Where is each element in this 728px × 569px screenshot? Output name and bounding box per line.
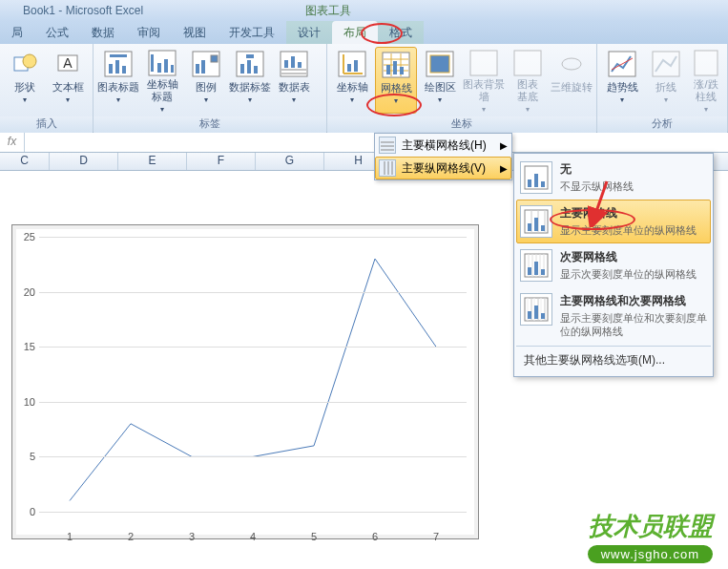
tab-review[interactable]: 审阅 [126, 21, 172, 44]
ribbon: 形状▾ A 文本框▾ 插入 图表标题▾ 坐标轴 标题▾ 图例▾ 数据标签▾ 数据… [0, 44, 728, 133]
shapes-button[interactable]: 形状▾ [4, 47, 46, 114]
item-text: 次要网格线显示次要刻度单位的纵网格线 [560, 249, 707, 282]
dropdown-arrow-icon: ▾ [350, 95, 354, 104]
chart-floor-button[interactable]: 图表 基底▾ [507, 47, 549, 114]
svg-rect-46 [439, 60, 442, 72]
tab-developer[interactable]: 开发工具 [218, 21, 286, 44]
col-header-g[interactable]: G [256, 153, 324, 170]
svg-rect-63 [534, 174, 538, 187]
group-label-analysis: 分析 [597, 116, 727, 133]
axes-button[interactable]: 坐标轴▾ [331, 47, 373, 114]
formula-bar: fx [0, 133, 728, 153]
svg-point-50 [562, 58, 581, 70]
axis-title-icon [147, 49, 177, 76]
svg-rect-16 [201, 60, 205, 74]
dropdown-arrow-icon: ▾ [23, 95, 27, 104]
contextual-tab-label: 图表工具 [305, 3, 351, 19]
tab-format[interactable]: 格式 [378, 21, 424, 44]
col-header-d[interactable]: D [50, 153, 118, 170]
dropdown-arrow-icon: ▾ [116, 95, 120, 104]
ribbon-tabs: 局 公式 数据 审阅 视图 开发工具 设计 布局 格式 [0, 21, 728, 44]
svg-rect-22 [246, 54, 254, 58]
3d-rotation-button[interactable]: 三维旋转 [551, 47, 593, 114]
svg-rect-32 [347, 64, 351, 72]
gridlines-major-item[interactable]: 主要网格线显示主要刻度单位的纵网格线 [516, 200, 711, 243]
fx-icon[interactable]: fx [0, 133, 25, 152]
svg-rect-64 [541, 181, 545, 187]
svg-rect-78 [528, 267, 531, 275]
svg-rect-11 [157, 63, 161, 73]
vertical-gridlines-item[interactable]: 主要纵网格线(V) ▶ [375, 157, 511, 179]
tab-view[interactable]: 视图 [172, 21, 218, 44]
chart-title-button[interactable]: 图表标题▾ [97, 47, 139, 114]
dropdown-arrow-icon: ▾ [160, 105, 164, 114]
chart-wall-icon [468, 49, 499, 76]
window-title: Book1 - Microsoft Excel [23, 4, 143, 17]
plot-area [39, 237, 467, 512]
svg-point-1 [23, 54, 36, 68]
data-table-button[interactable]: 数据表▾ [273, 47, 315, 114]
chart-floor-icon [512, 49, 543, 76]
svg-rect-17 [211, 55, 218, 62]
svg-rect-7 [115, 60, 119, 74]
tab-layout[interactable]: 布局 [332, 21, 378, 44]
watermark-url: www.jsgho.com [588, 545, 713, 563]
axes-icon [337, 49, 367, 79]
dropdown-arrow-icon: ▾ [292, 95, 296, 104]
submenu-arrow-icon: ▶ [500, 163, 508, 174]
gridlines-button[interactable]: 网格线▾ [375, 47, 417, 114]
plot-area-button[interactable]: 绘图区▾ [419, 47, 461, 114]
submenu-arrow-icon: ▶ [500, 140, 508, 151]
gridlines-both-item[interactable]: 主要网格线和次要网格线显示主要刻度单位和次要刻度单位的纵网格线 [516, 287, 711, 344]
col-header-c[interactable]: C [0, 153, 50, 170]
dropdown-arrow-icon: ▾ [482, 105, 486, 114]
plot-area-icon [425, 49, 455, 79]
horizontal-gridlines-item[interactable]: 主要横网格线(H) ▶ [375, 134, 511, 157]
watermark-title: 技术员联盟 [588, 510, 713, 543]
svg-rect-71 [541, 225, 545, 231]
tab-partial[interactable]: 局 [0, 21, 34, 44]
group-label-insert: 插入 [0, 116, 93, 133]
legend-icon [191, 49, 221, 79]
more-gridlines-options[interactable]: 其他主要纵网格线选项(M)... [516, 346, 711, 374]
axis-title-button[interactable]: 坐标轴 标题▾ [141, 47, 183, 114]
svg-rect-8 [122, 66, 126, 74]
data-labels-button[interactable]: 数据标签▾ [229, 47, 271, 114]
gridlines-minor-item[interactable]: 次要网格线显示次要刻度单位的纵网格线 [516, 243, 711, 287]
group-labels: 图表标题▾ 坐标轴 标题▾ 图例▾ 数据标签▾ 数据表▾ 标签 [94, 44, 327, 132]
contextual-tabs: 设计 布局 格式 [286, 21, 424, 44]
group-analysis: 趋势线▾ 折线▾ 涨/跌 柱线▾ 分析 [597, 44, 728, 132]
lines-button[interactable]: 折线▾ [645, 47, 687, 114]
svg-rect-48 [470, 51, 497, 75]
tab-formulas[interactable]: 公式 [34, 21, 80, 44]
svg-text:A: A [64, 55, 73, 71]
data-table-icon [279, 49, 309, 79]
dropdown-arrow-icon: ▾ [66, 95, 70, 104]
tab-data[interactable]: 数据 [80, 21, 126, 44]
item-text: 主要网格线显示主要刻度单位的纵网格线 [560, 205, 707, 238]
col-header-e[interactable]: E [118, 153, 187, 170]
group-axes-bg: 坐标轴▾ 网格线▾ 绘图区▾ 图表背景墙▾ 图表 基底▾ 三维旋转 坐标 [327, 44, 597, 132]
gridlines-minor-icon [520, 249, 552, 282]
gridlines-none-item[interactable]: 无不显示纵网格线 [516, 156, 711, 200]
tab-design[interactable]: 设计 [286, 21, 332, 44]
chart-wall-button[interactable]: 图表背景墙▾ [463, 47, 505, 114]
title-bar: Book1 - Microsoft Excel [0, 0, 728, 21]
svg-rect-5 [110, 54, 127, 57]
legend-button[interactable]: 图例▾ [185, 47, 227, 114]
col-header-f[interactable]: F [187, 153, 256, 170]
chart-object[interactable]: 0510152025 1234567 [11, 224, 479, 539]
updown-bars-button[interactable]: 涨/跌 柱线▾ [689, 47, 723, 114]
svg-rect-24 [284, 60, 288, 68]
dropdown-arrow-icon: ▾ [620, 95, 624, 104]
dropdown-arrow-icon: ▾ [204, 95, 208, 104]
dropdown-arrow-icon: ▾ [438, 95, 442, 104]
svg-rect-79 [534, 262, 538, 275]
svg-rect-10 [151, 54, 154, 72]
textbox-button[interactable]: A 文本框▾ [48, 47, 90, 114]
trendline-button[interactable]: 趋势线▾ [601, 47, 643, 114]
dropdown-arrow-icon: ▾ [664, 95, 668, 104]
svg-rect-89 [534, 306, 538, 319]
gridlines-major-icon [520, 205, 552, 238]
svg-rect-90 [541, 313, 545, 319]
